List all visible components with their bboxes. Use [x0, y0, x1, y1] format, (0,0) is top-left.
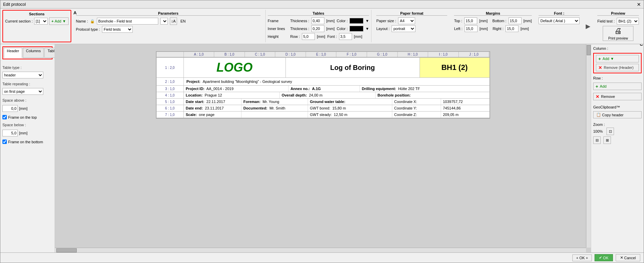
zoom-fit-btn[interactable]: ⊡ [606, 128, 614, 135]
r7c3: GWT steady: 12,50 m [308, 112, 392, 118]
copy-header-button[interactable]: 📋 Copy header [593, 111, 642, 118]
row-label-3: 3 : 1,0 [157, 86, 184, 92]
table-type-select[interactable]: header [2, 72, 43, 78]
col-header-h: H : 1,0 [398, 52, 428, 57]
add-dropdown-icon2: ▼ [610, 57, 614, 61]
space-above-row: [mm] [2, 105, 53, 112]
frame-top-row: Frame on the top [2, 115, 53, 119]
zoom-label: Zoom : [593, 122, 642, 127]
table-row: 3 : 1,0 Project ID: AA_0014 - 2019 Annex… [157, 86, 489, 92]
layout-select[interactable]: portrait [392, 25, 415, 32]
space-above-input[interactable] [2, 105, 18, 112]
col-header-b: B : 1,0 [214, 52, 245, 57]
font-title: Font : [539, 11, 580, 16]
row-height-input[interactable] [302, 33, 315, 40]
close-icon[interactable]: ✕ [637, 2, 641, 7]
print-preview-button[interactable]: 🖨 Print preview [603, 26, 633, 41]
preview-title: Preview [597, 11, 639, 16]
tabs-container: B Header Columns Table Footer 1 Footer 2 [2, 46, 53, 59]
r7c4: Coordinate Z: [392, 112, 441, 118]
col-header-g: G : 1,0 [367, 52, 398, 57]
label-c: C [640, 44, 643, 47]
frame-bottom-checkbox[interactable] [2, 140, 7, 144]
ok-plus-icon: + [576, 256, 578, 260]
tab-columns[interactable]: Columns [23, 48, 44, 58]
bottom-input[interactable] [509, 17, 522, 24]
zoom-section: Zoom : 100% ⊡ ⊟ ⊞ [593, 122, 642, 144]
space-above-mm: [mm] [19, 106, 27, 111]
row-remove-button[interactable]: ✕ Remove [593, 93, 642, 100]
row-label-right: Row : [593, 76, 642, 80]
horizontal-scrollbar[interactable] [55, 248, 586, 252]
table-row: 4 : 1,0 Location: Prague 12 Overall dept… [157, 92, 489, 99]
bottom-mm: [mm] [524, 19, 532, 23]
add-plus-icon: + [52, 19, 54, 23]
frame-top-checkbox[interactable] [2, 115, 7, 119]
ok-checkmark-icon: ✔ [599, 255, 602, 260]
tab-header[interactable]: Header [4, 48, 22, 58]
row-add-button[interactable]: + Add [593, 83, 642, 90]
table-repeating-select[interactable]: on first page [2, 88, 43, 95]
col-header-i: I : 1,0 [428, 52, 459, 57]
table-row: 5 : 1,0 Date start: 22.11.2017 Foreman: … [157, 99, 489, 105]
expand-icon[interactable]: ▶ [586, 23, 590, 30]
zoom-out-btn[interactable]: ⊟ [593, 136, 601, 144]
cancel-button[interactable]: ✕ Cancel [616, 254, 640, 261]
inner-color-box[interactable] [350, 26, 363, 31]
paper-size-select[interactable]: A4 [398, 17, 415, 24]
vscroll-thumb[interactable] [587, 45, 591, 55]
remove-icon: ✕ [598, 65, 602, 70]
bottom-bar: + OK + ✔ OK ✕ Cancel [0, 252, 644, 263]
font-size-input[interactable] [339, 33, 352, 40]
inner-lines-row: Inner lines Thickness : [mm] Color : ▼ [268, 25, 369, 32]
sections-title: Sections [5, 12, 69, 16]
space-below-input[interactable] [2, 130, 18, 136]
field-test-label: Field test : [597, 19, 615, 23]
field-test-select[interactable]: BH1 (2) [617, 18, 639, 25]
font-select[interactable]: Default ( Arial ) [539, 17, 580, 24]
bottom-label: Bottom : [493, 19, 507, 23]
right-input[interactable] [506, 25, 518, 32]
top-mm: [mm] [479, 19, 487, 23]
column-add-button[interactable]: + Add ▼ [596, 55, 639, 62]
name-row: Name : 🔒 ▼ ↕A EN [76, 17, 261, 25]
table-row: 7 : 1,0 Scale: one page GWT steady: 12,5… [157, 112, 489, 118]
r3c2: Annex no.: A.1G [289, 86, 360, 92]
sections-add-button[interactable]: + Add ▼ [49, 17, 69, 25]
row-add-plus-icon: + [596, 84, 598, 89]
ok-button[interactable]: ✔ OK [595, 254, 613, 261]
ok-plus-button[interactable]: + OK + [572, 254, 592, 261]
thickness-input[interactable] [311, 17, 324, 24]
col-header-f: F : 1,0 [336, 52, 367, 57]
vertical-scrollbar[interactable] [586, 44, 591, 248]
name-input[interactable] [97, 18, 158, 25]
top-label: Top : [454, 19, 462, 23]
tab-table[interactable]: Table [44, 48, 55, 58]
r7c2 [241, 112, 308, 118]
r5c3: Ground water table: [308, 99, 392, 105]
font-label2: Font : [327, 34, 337, 39]
left-input[interactable] [465, 25, 478, 32]
current-section-label: Current section : [5, 19, 33, 23]
space-below-row: [mm] [2, 130, 53, 136]
field-test-row: Field test : BH1 (2) [597, 18, 639, 25]
current-section-select[interactable]: [1] [34, 18, 48, 25]
tables-panel: Tables Frame Thickness : [mm] Color : ▼ … [265, 10, 371, 42]
zoom-in-btn[interactable]: ⊞ [603, 136, 611, 144]
parameters-title: Parameters [76, 11, 261, 16]
protocol-type-select[interactable]: Field tests [102, 26, 133, 33]
expand-arrow[interactable]: ▶ [584, 10, 592, 42]
top-input[interactable] [464, 17, 477, 24]
sort-btn[interactable]: ↕A [170, 17, 177, 25]
left-panel: B Header Columns Table Footer 1 Footer 2… [0, 44, 55, 252]
color-box[interactable] [350, 18, 363, 24]
space-below-mm: [mm] [19, 131, 27, 135]
hscroll-thumb[interactable] [56, 248, 77, 252]
paper-size-row: Paper size : A4 [376, 17, 447, 24]
font-panel: Font : Default ( Arial ) [537, 10, 582, 42]
height-row: Height Row : [mm] Font : [mm] [268, 33, 369, 40]
remove-header-button[interactable]: ✕ Remove (Header) [596, 64, 639, 71]
inner-thickness-input[interactable] [311, 25, 324, 32]
row-label-2: 2 : 1,0 [157, 78, 184, 85]
name-dropdown[interactable]: ▼ [160, 18, 168, 25]
